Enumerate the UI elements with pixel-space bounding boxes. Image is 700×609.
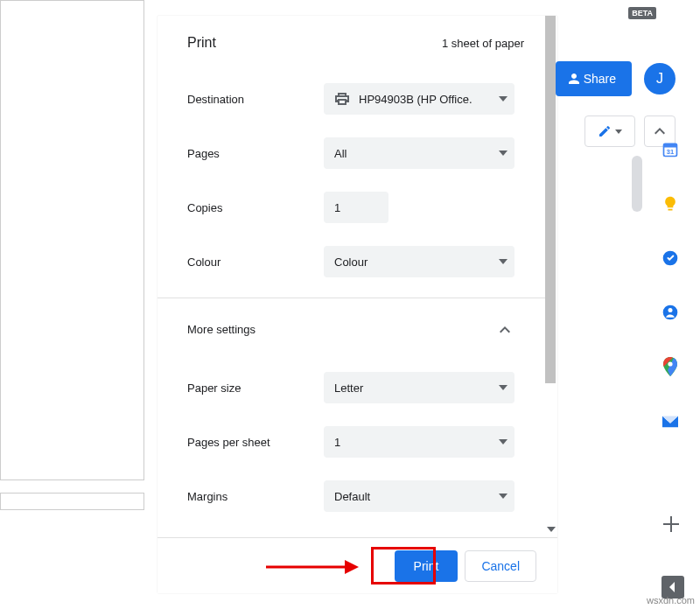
cancel-button[interactable]: Cancel bbox=[465, 550, 536, 582]
pages-select[interactable]: All bbox=[324, 137, 514, 169]
watermark: wsxdn.com bbox=[647, 595, 695, 606]
paper-size-label: Paper size bbox=[187, 382, 324, 395]
margins-value: Default bbox=[334, 490, 499, 503]
sheet-count: 1 sheet of paper bbox=[442, 37, 524, 50]
content-scrollbar[interactable] bbox=[632, 156, 642, 541]
svg-rect-3 bbox=[664, 144, 677, 147]
preview-pane bbox=[0, 0, 158, 490]
chevron-up-icon bbox=[500, 326, 510, 333]
maps-icon[interactable] bbox=[661, 357, 680, 376]
colour-value: Colour bbox=[334, 256, 499, 269]
svg-point-7 bbox=[668, 308, 673, 312]
keep-icon[interactable] bbox=[661, 194, 680, 214]
paper-size-select[interactable]: Letter bbox=[324, 372, 514, 403]
dialog-title: Print bbox=[187, 35, 216, 51]
person-icon bbox=[566, 71, 582, 87]
printer-icon bbox=[334, 92, 350, 106]
destination-value: HP94903B (HP Office. bbox=[359, 93, 499, 106]
contacts-icon[interactable] bbox=[661, 303, 680, 322]
svg-point-8 bbox=[668, 361, 672, 366]
caret-down-icon bbox=[499, 385, 508, 390]
caret-down-icon bbox=[547, 527, 556, 536]
caret-down-icon bbox=[615, 130, 622, 134]
paper-size-value: Letter bbox=[334, 382, 499, 395]
pages-label: Pages bbox=[187, 147, 324, 160]
caret-down-icon bbox=[499, 96, 508, 102]
pages-per-sheet-value: 1 bbox=[334, 436, 499, 449]
destination-label: Destination bbox=[187, 93, 324, 106]
addon-icon[interactable] bbox=[661, 411, 680, 430]
dialog-footer: Print Cancel bbox=[158, 537, 557, 593]
avatar-letter: J bbox=[656, 71, 663, 87]
dialog-scrollbar-thumb[interactable] bbox=[545, 16, 556, 383]
margins-select[interactable]: Default bbox=[324, 480, 514, 512]
caret-down-icon bbox=[499, 494, 508, 499]
print-dialog: Print 1 sheet of paper Destination HP949… bbox=[158, 16, 557, 593]
more-settings-label: More settings bbox=[187, 323, 500, 336]
pages-per-sheet-label: Pages per sheet bbox=[187, 436, 324, 449]
more-settings-toggle[interactable]: More settings bbox=[158, 298, 550, 360]
svg-text:31: 31 bbox=[667, 148, 674, 156]
chevron-up-icon bbox=[654, 128, 665, 135]
destination-select[interactable]: HP94903B (HP Office. bbox=[324, 83, 514, 115]
caret-down-icon bbox=[499, 439, 508, 444]
page-preview-thumb bbox=[0, 493, 144, 510]
colour-label: Colour bbox=[187, 256, 324, 269]
margins-label: Margins bbox=[187, 490, 324, 503]
editing-mode-button[interactable] bbox=[584, 116, 635, 147]
beta-badge: BETA bbox=[628, 7, 656, 19]
pencil-icon bbox=[598, 124, 612, 138]
pages-per-sheet-select[interactable]: 1 bbox=[324, 426, 514, 458]
copies-label: Copies bbox=[187, 201, 324, 214]
share-button-label: Share bbox=[584, 72, 616, 86]
caret-down-icon bbox=[499, 150, 508, 156]
share-button[interactable]: Share bbox=[556, 61, 632, 96]
copies-input[interactable] bbox=[324, 192, 388, 223]
print-button[interactable]: Print bbox=[395, 550, 458, 582]
content-scrollbar-thumb[interactable] bbox=[632, 156, 642, 212]
page-preview-thumb bbox=[0, 0, 144, 480]
avatar[interactable]: J bbox=[644, 63, 676, 94]
browser-extensions-area: BETA bbox=[628, 0, 700, 26]
calendar-icon[interactable]: 31 bbox=[661, 140, 680, 159]
tasks-icon[interactable] bbox=[661, 248, 680, 268]
print-options-panel: Print 1 sheet of paper Destination HP949… bbox=[158, 16, 557, 523]
add-addon-button[interactable] bbox=[662, 514, 681, 534]
pages-value: All bbox=[334, 147, 499, 160]
caret-down-icon bbox=[499, 259, 508, 264]
colour-select[interactable]: Colour bbox=[324, 246, 514, 277]
